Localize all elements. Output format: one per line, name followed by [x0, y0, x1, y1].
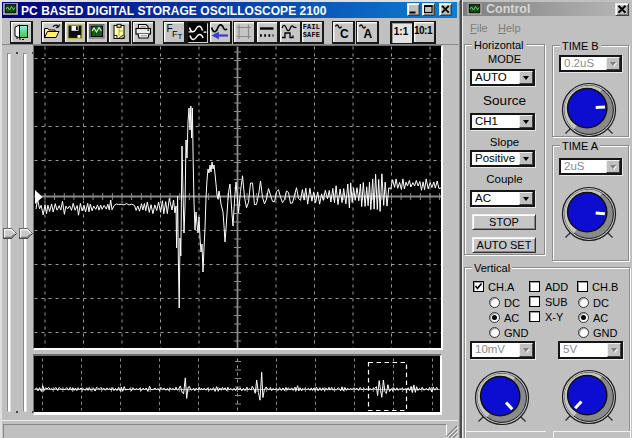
svg-text:T: T	[178, 32, 183, 41]
svg-text:C: C	[340, 27, 349, 41]
svg-text:A: A	[363, 27, 372, 41]
